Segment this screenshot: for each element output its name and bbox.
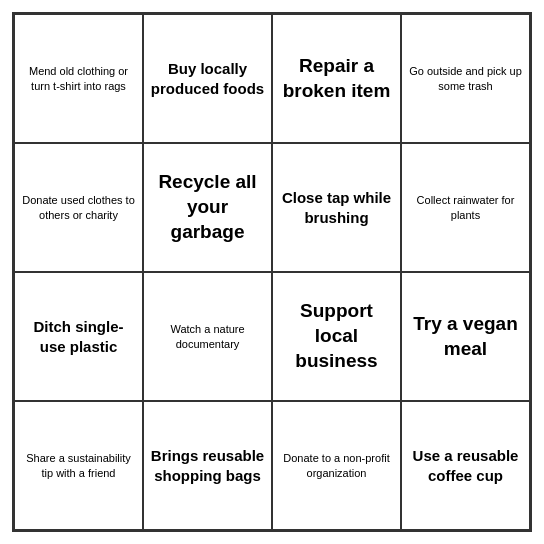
cell-text-4: Go outside and pick up some trash: [408, 64, 523, 93]
cell-text-8: Collect rainwater for plants: [408, 193, 523, 222]
bingo-cell-4[interactable]: Go outside and pick up some trash: [401, 14, 530, 143]
cell-text-16: Use a reusable coffee cup: [408, 446, 523, 485]
cell-text-6: Recycle all your garbage: [150, 170, 265, 244]
bingo-cell-8[interactable]: Collect rainwater for plants: [401, 143, 530, 272]
bingo-cell-10[interactable]: Watch a nature documentary: [143, 272, 272, 401]
cell-text-9: Ditch single-use plastic: [21, 317, 136, 356]
bingo-cell-16[interactable]: Use a reusable coffee cup: [401, 401, 530, 530]
cell-text-13: Share a sustainability tip with a friend: [21, 451, 136, 480]
cell-text-1: Mend old clothing or turn t-shirt into r…: [21, 64, 136, 93]
cell-text-10: Watch a nature documentary: [150, 322, 265, 351]
cell-text-11: Support local business: [279, 299, 394, 373]
cell-text-2: Buy locally produced foods: [150, 59, 265, 98]
bingo-cell-15[interactable]: Donate to a non-profit organization: [272, 401, 401, 530]
bingo-grid: Mend old clothing or turn t-shirt into r…: [12, 12, 532, 532]
bingo-cell-5[interactable]: Donate used clothes to others or charity: [14, 143, 143, 272]
cell-text-3: Repair a broken item: [279, 54, 394, 103]
cell-text-12: Try a vegan meal: [408, 312, 523, 361]
cell-text-7: Close tap while brushing: [279, 188, 394, 227]
bingo-cell-2[interactable]: Buy locally produced foods: [143, 14, 272, 143]
bingo-cell-11[interactable]: Support local business: [272, 272, 401, 401]
cell-text-5: Donate used clothes to others or charity: [21, 193, 136, 222]
bingo-cell-7[interactable]: Close tap while brushing: [272, 143, 401, 272]
bingo-cell-6[interactable]: Recycle all your garbage: [143, 143, 272, 272]
bingo-cell-1[interactable]: Mend old clothing or turn t-shirt into r…: [14, 14, 143, 143]
bingo-cell-9[interactable]: Ditch single-use plastic: [14, 272, 143, 401]
bingo-cell-14[interactable]: Brings reusable shopping bags: [143, 401, 272, 530]
bingo-cell-3[interactable]: Repair a broken item: [272, 14, 401, 143]
bingo-cell-13[interactable]: Share a sustainability tip with a friend: [14, 401, 143, 530]
bingo-cell-12[interactable]: Try a vegan meal: [401, 272, 530, 401]
cell-text-14: Brings reusable shopping bags: [150, 446, 265, 485]
cell-text-15: Donate to a non-profit organization: [279, 451, 394, 480]
